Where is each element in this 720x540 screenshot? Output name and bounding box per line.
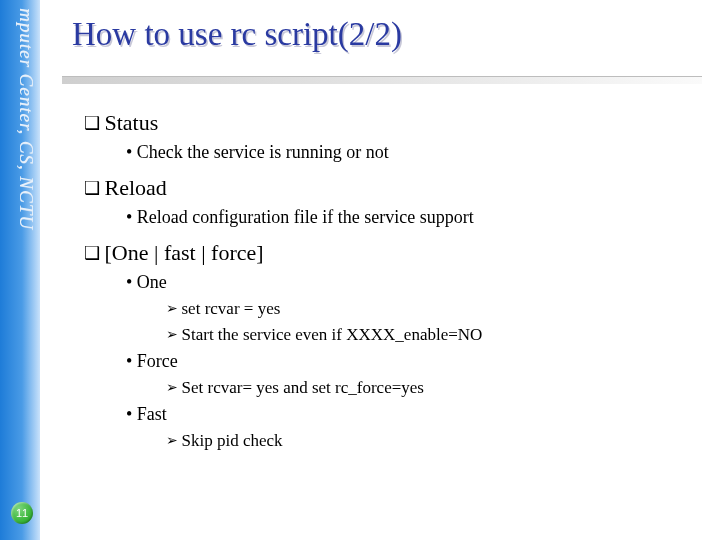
bullet-fast: Fast: [126, 404, 694, 425]
title-underline: [62, 76, 702, 84]
heading-one-fast-force: [One | fast | force]: [84, 240, 694, 266]
bullet-one: One: [126, 272, 694, 293]
arrow-one-2: Start the service even if XXXX_enable=NO: [166, 325, 694, 345]
heading-status: Status: [84, 110, 694, 136]
bullet-force: Force: [126, 351, 694, 372]
slide: mputer Center, CS, NCTU 11 How to use rc…: [0, 0, 720, 540]
slide-title: How to use rc script(2/2): [72, 16, 402, 53]
sidebar-label: mputer Center, CS, NCTU: [3, 8, 37, 308]
arrow-fast-1: Skip pid check: [166, 431, 694, 451]
sidebar-gradient: mputer Center, CS, NCTU: [0, 0, 40, 540]
bullet-reload-1: Reload configuration file if the service…: [126, 207, 694, 228]
bullet-status-1: Check the service is running or not: [126, 142, 694, 163]
arrow-one-1: set rcvar = yes: [166, 299, 694, 319]
slide-content: Status Check the service is running or n…: [84, 94, 694, 451]
page-number-badge: 11: [11, 502, 33, 524]
arrow-force-1: Set rcvar= yes and set rc_force=yes: [166, 378, 694, 398]
heading-reload: Reload: [84, 175, 694, 201]
